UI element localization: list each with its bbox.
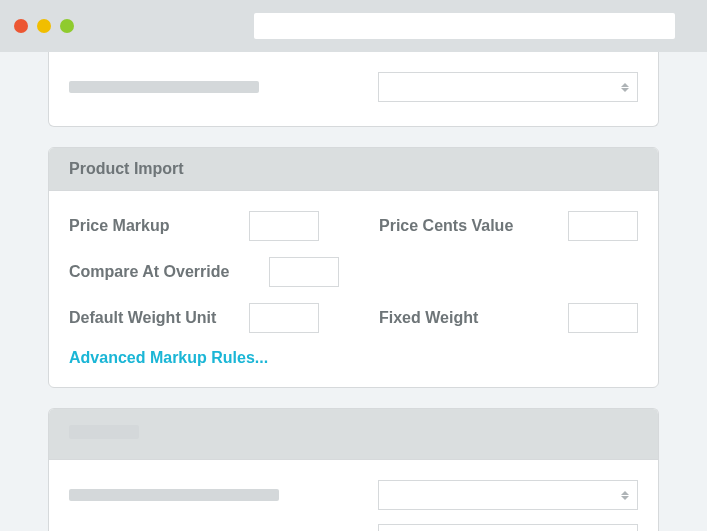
product-import-header: Product Import [49,148,658,191]
placeholder-card-header [49,409,658,460]
address-bar[interactable] [254,13,675,39]
price-cents-input[interactable] [568,211,638,241]
advanced-markup-link[interactable]: Advanced Markup Rules... [69,349,268,366]
compare-at-label: Compare At Override [69,263,269,281]
dropdown-select[interactable] [378,480,638,510]
dropdown-select[interactable] [378,524,638,531]
window-titlebar [0,0,707,52]
placeholder-header-bar [69,425,139,439]
close-window-button[interactable] [14,19,28,33]
select-arrows-icon [621,83,629,92]
fixed-weight-input[interactable] [568,303,638,333]
price-markup-label: Price Markup [69,217,249,235]
minimize-window-button[interactable] [37,19,51,33]
placeholder-label [69,489,279,501]
compare-at-input[interactable] [269,257,339,287]
price-markup-input[interactable] [249,211,319,241]
dropdown-select[interactable] [378,72,638,102]
placeholder-label [69,81,259,93]
price-cents-label: Price Cents Value [379,217,568,235]
select-arrows-icon [621,491,629,500]
default-weight-label: Default Weight Unit [69,309,249,327]
settings-card-bottom [48,408,659,531]
product-import-card: Product Import Price Markup Price Cents … [48,147,659,388]
maximize-window-button[interactable] [60,19,74,33]
settings-card-top [48,52,659,127]
fixed-weight-label: Fixed Weight [379,309,568,327]
window-controls [14,19,74,33]
default-weight-input[interactable] [249,303,319,333]
